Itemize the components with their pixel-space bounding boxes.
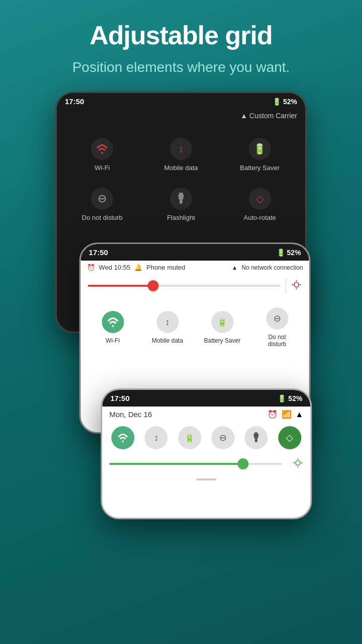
wifi-icon-mid	[102, 311, 124, 333]
phone-front: 17:50 🔋 52% Mon, Dec 16 ⏰ 📶 ▲ ↕	[101, 388, 312, 519]
svg-rect-10	[255, 439, 257, 442]
battery-back: 🔋 52%	[273, 98, 297, 106]
time-back: 17:50	[65, 97, 84, 106]
flashlight-label-back: Flashlight	[167, 214, 195, 221]
dnd-icon-front: ⊖	[212, 426, 235, 449]
mobiledata-icon-front: ↕	[145, 426, 168, 449]
svg-rect-0	[179, 193, 183, 195]
carrier-row: ▲ Custom Carrier	[57, 110, 305, 124]
svg-point-11	[296, 461, 300, 465]
qs-grid-back: Wi-Fi ↕ Mobile data 🔋 Battery Saver ⊖ Do…	[57, 124, 305, 232]
time-front: 17:50	[110, 394, 129, 403]
date-label: Mon, Dec 16	[109, 410, 152, 419]
battery-mid: 🔋 52%	[277, 249, 301, 257]
tile-dnd-back[interactable]: ⊖ Do not disturb	[65, 182, 140, 227]
network-text: No network connection	[242, 264, 303, 271]
signal-icon-mid: ▲	[232, 264, 238, 271]
autorotate-label-back: Auto-rotate	[244, 214, 276, 221]
qs-grid-mid: Wi-Fi ↕ Mobile data 🔋 Battery Saver ⊖ Do…	[81, 297, 309, 358]
dnd-label-mid: Do notdisturb	[268, 334, 286, 348]
signal-icon-front: ▲	[296, 410, 304, 419]
svg-marker-1	[178, 195, 184, 200]
page-subtitle: Position elements where you want.	[72, 58, 290, 76]
tile-wifi-mid[interactable]: Wi-Fi	[87, 301, 139, 354]
tile-mobiledata-back[interactable]: ↕ Mobile data	[144, 132, 219, 178]
brightness-row-front	[102, 453, 310, 474]
tile-autorotate-front[interactable]: ◇	[275, 426, 304, 449]
dnd-label-back: Do not disturb	[82, 214, 123, 221]
tile-flashlight-back[interactable]: Flashlight	[144, 182, 219, 227]
wifi-label-back: Wi-Fi	[95, 164, 110, 172]
svg-rect-8	[254, 433, 258, 435]
battery-front: 🔋 52%	[278, 394, 302, 403]
page-title: Adjustable grid	[72, 20, 290, 50]
tile-wifi-back[interactable]: Wi-Fi	[65, 132, 140, 178]
wifi-icon-front	[112, 426, 135, 449]
alarm-icon-front: ⏰	[267, 410, 278, 419]
mobiledata-icon-mid: ↕	[156, 311, 178, 333]
mute-text: Phone muted	[146, 264, 185, 271]
status-bar-front: 17:50 🔋 52%	[102, 390, 310, 407]
tile-flashlight-front[interactable]	[242, 426, 271, 449]
status-bar-mid: 17:50 🔋 52%	[81, 244, 309, 261]
tile-autorotate-back[interactable]: ◇ Auto-rotate	[222, 182, 297, 227]
auto-brightness-icon	[291, 279, 302, 293]
battery-label-back: Battery Saver	[240, 164, 280, 172]
dnd-icon-mid: ⊖	[266, 307, 288, 330]
tile-battery-front[interactable]: 🔋	[175, 426, 204, 449]
mobiledata-label-mid: Mobile data	[152, 337, 183, 344]
status-bar-back: 17:50 🔋 52%	[57, 93, 305, 110]
autorotate-icon-front: ◇	[278, 426, 301, 449]
battery-icon-mid: 🔋	[211, 311, 233, 333]
flashlight-icon-back	[170, 188, 192, 210]
wifi-icon-front-status: 📶	[282, 410, 292, 419]
header-section: Adjustable grid Position elements where …	[42, 0, 320, 87]
mobiledata-icon-back: ↕	[170, 138, 192, 160]
dnd-icon-back: ⊖	[91, 188, 113, 210]
qs-row-front: ↕ 🔋 ⊖ ◇	[102, 422, 310, 453]
tile-mobiledata-mid[interactable]: ↕ Mobile data	[142, 301, 194, 354]
battery-label-mid: Battery Saver	[204, 337, 241, 344]
info-bar-mid: ⏰ Wed 10:55 🔔 Phone muted ▲ No network c…	[81, 261, 309, 274]
autorotate-icon-back: ◇	[249, 188, 271, 210]
alarm-icon: ⏰	[87, 264, 95, 271]
tile-battery-mid[interactable]: 🔋 Battery Saver	[197, 301, 248, 354]
mute-icon: 🔔	[134, 264, 142, 271]
mobiledata-label-back: Mobile data	[164, 164, 198, 172]
wifi-icon-back	[91, 138, 113, 160]
alarm-time: Wed 10:55	[99, 264, 131, 271]
brightness-row-mid	[81, 274, 309, 297]
battery-icon-back: 🔋	[249, 138, 271, 160]
svg-rect-2	[179, 200, 183, 204]
flashlight-icon-front	[245, 426, 268, 449]
status-icons: ⏰ 📶 ▲	[267, 410, 304, 419]
tile-mobiledata-front[interactable]: ↕	[142, 426, 171, 449]
drawer-handle	[196, 478, 216, 480]
tile-dnd-mid[interactable]: ⊖ Do notdisturb	[251, 301, 303, 354]
wifi-label-mid: Wi-Fi	[106, 337, 120, 344]
auto-brightness-icon-front	[292, 457, 303, 470]
phones-stack: 17:50 🔋 52% ▲ Custom Carrier Wi-Fi ↕ Mob…	[0, 92, 362, 544]
svg-marker-9	[254, 434, 259, 439]
tile-wifi-front[interactable]	[108, 426, 137, 449]
tile-battery-back[interactable]: 🔋 Battery Saver	[222, 132, 297, 178]
carrier-name: Custom Carrier	[249, 112, 297, 120]
battery-icon-front: 🔋	[178, 426, 201, 449]
signal-icon: ▲	[240, 112, 247, 120]
time-mid: 17:50	[89, 248, 108, 257]
tile-dnd-front[interactable]: ⊖	[208, 426, 237, 449]
svg-point-3	[294, 282, 299, 287]
